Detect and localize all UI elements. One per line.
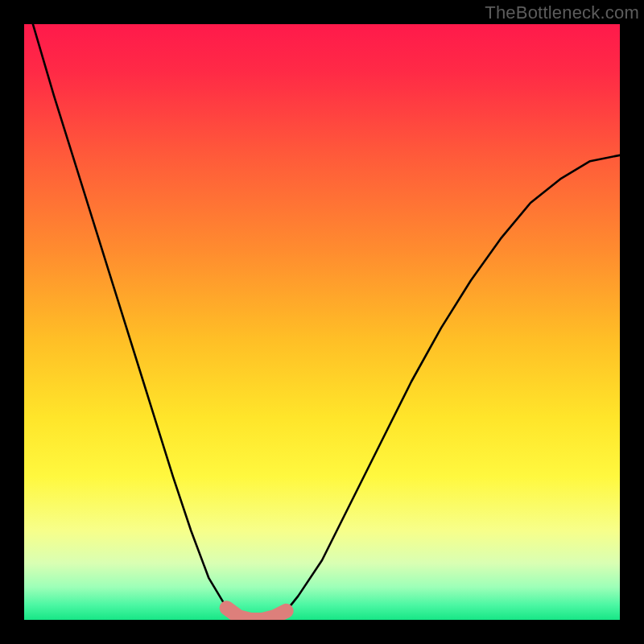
watermark-text: TheBottleneck.com: [485, 2, 639, 23]
bottleneck-curve: [24, 24, 620, 620]
plot-area: [24, 24, 620, 620]
chart-frame: TheBottleneck.com: [0, 0, 644, 644]
